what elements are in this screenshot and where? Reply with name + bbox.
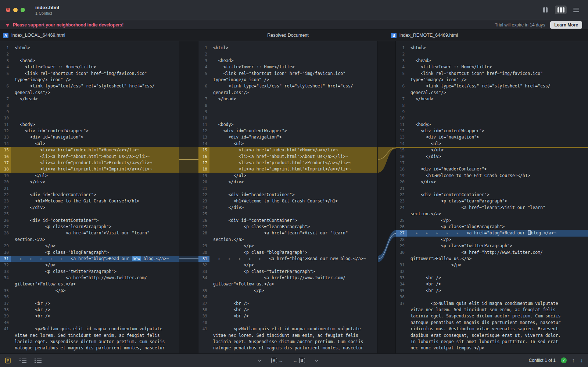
line-number: 13 [396,134,407,140]
code-row: 32 </p> [0,262,179,268]
code-row: 31 </p> [396,262,588,268]
code-text: <head> [209,58,377,64]
code-text [209,211,377,217]
diff-change-row[interactable]: 16 <li><a href="about.html">About Us</a>… [0,154,179,160]
code-text: <br /> [407,275,588,281]
change-connector-blue[interactable] [179,256,199,262]
diff-change-row[interactable]: 31 ▸ ▸ ▸ ▸ ▸ <a href="blog">Read our new… [198,256,377,262]
diff-change-row[interactable]: 17 <li><a href="product.html">Product</a… [198,160,377,166]
code-row: 36 [396,294,588,300]
code-row: 14 <ul> [396,141,588,147]
code-text: </head> [11,96,179,102]
code-row: 3 <head> [0,58,179,64]
take-b-button[interactable]: ← B [293,358,305,363]
minimize-button[interactable] [13,8,18,12]
change-connector-gold[interactable] [179,147,199,173]
choose-a-options-chevron[interactable] [258,359,262,362]
code-row: 24 </div> [198,205,377,211]
code-text: </ul> [407,147,588,153]
code-row: 33 <p class="twitterParagraph"> [0,269,179,275]
code-row: 25 [198,211,377,217]
line-number: 18 [396,166,407,172]
diff-change-row[interactable]: 27 ▸ ▸ ▸ ▸ ▸ <a href="blog">Read our blo… [396,230,588,236]
diff-change-row[interactable]: 15 <li><a href="index.html">Home</a></li… [198,147,377,153]
code-text: <div id="headerContainer"> [407,166,588,172]
code-text: <p class="learnParagraph"> [11,224,179,230]
code-text: <li><a href="about.html">About Us</a></l… [209,154,377,160]
code-text: <title>Tower :: Home</title> [11,64,179,70]
promo-message: Please support your neighborhood indie d… [13,22,123,28]
line-number: 34 [396,281,407,287]
code-row: 11 <body> [396,122,588,128]
line-number: 29 [198,243,209,249]
code-row: 5 <link rel="shortcut icon" href="img/fa… [198,71,377,77]
line-number: 12 [396,128,407,134]
diff-change-row[interactable]: 18 <li><a href="imprint.html">Imprint</a… [198,166,377,172]
choose-b-options-chevron[interactable] [315,359,319,362]
code-row: 14 <ul> [198,141,377,147]
line-number: 21 [396,186,407,192]
code-pane-remote[interactable]: 1<html>23 <head>4 <title>Tower :: Home</… [396,41,588,353]
document-changes-button[interactable] [5,357,12,364]
line-number: 37 [198,301,209,307]
code-row: 34 <a href="http://www.twitter.com/ [198,275,377,281]
unified-layout-icon[interactable] [570,6,582,14]
arrow-right-icon: → [279,358,283,363]
code-row: 9 [396,109,588,115]
close-button[interactable] [6,8,10,12]
three-pane-layout-icon[interactable] [555,6,567,14]
code-row: 3 <head> [198,58,377,64]
code-row: 13 <div id="navigation"> [396,134,588,140]
line-number: 28 [0,230,11,236]
line-number: 14 [396,141,407,147]
code-text: <h1>Welcome to the Git Crash Course!</h1… [209,198,377,204]
window-title-block: index.html 1 Conflict [35,5,59,15]
code-text: <p>Nullam quis elit id magna condimentum… [407,301,588,307]
line-number: 9 [0,109,11,115]
code-text: </p> [407,237,588,243]
line-number: 27 [396,230,407,236]
code-text [11,51,179,57]
code-row: 20 </div> [0,179,179,185]
diff-change-row[interactable]: 15 <li><a href="index.html">Home</a></li… [0,147,179,153]
line-number: 23 [396,198,407,204]
previous-conflict-button[interactable]: ↑ [572,357,575,363]
diff-change-row[interactable]: 15 </ul> [396,147,588,153]
list-style-button[interactable] [34,358,42,363]
code-row: 27 <p class="learnParagraph"> [0,224,179,230]
local-pane-header: A index_LOCAL_64469.html [0,33,198,38]
learn-more-button[interactable]: Learn More [550,21,582,29]
change-connector-blue[interactable] [378,230,396,262]
line-number: 6 [198,83,209,89]
two-pane-layout-icon[interactable] [539,6,551,14]
change-connector-gold[interactable] [378,147,396,173]
line-number [0,77,11,83]
code-text: <p class="twitterParagraph"> [11,269,179,275]
diff-change-row[interactable]: 16 <li><a href="about.html">About Us</a>… [198,154,377,160]
code-row: 2 [198,51,377,57]
code-row: general.css"/> [198,90,377,96]
code-text [209,51,377,57]
line-number: 3 [198,58,209,64]
code-text: <head> [11,58,179,64]
code-row: gittower">Follow us.</a> [0,281,179,287]
diff-change-row[interactable]: 31 ▸ ▸ ▸ ▸ ▸ <a href="blog">Read our new… [0,256,179,262]
code-row: 28 <a href="learn">Visit our "learn" [0,230,179,236]
next-conflict-button[interactable]: ↓ [580,357,583,363]
code-pane-resolved[interactable]: 1<html>23 <head>4 <title>Tower :: Home</… [198,41,377,353]
code-text [209,186,377,192]
code-row: 40 [0,320,179,326]
line-numbers-button[interactable] [19,358,27,363]
code-text: </ul> [209,173,377,179]
diff-change-row[interactable]: 17 <li><a href="product.html">Product</a… [0,160,179,166]
line-number: 27 [198,224,209,230]
line-number: 1 [396,45,407,51]
code-text: ▸ ▸ ▸ ▸ ▸ <a href="blog">Read our new bl… [11,256,179,262]
zoom-button[interactable] [21,8,25,12]
code-text: <a href="http://www.twitter.com/ [11,275,179,281]
code-text: <link type="text/css" rel="stylesheet" h… [407,83,588,89]
code-pane-local[interactable]: 1<html>23 <head>4 <title>Tower :: Home</… [0,41,179,353]
diff-change-row[interactable]: 18 <li><a href="imprint.html">Imprint</a… [0,166,179,172]
take-a-button[interactable]: A → [271,358,283,363]
code-text: <a href="http://www.twitter.com/ [209,275,377,281]
